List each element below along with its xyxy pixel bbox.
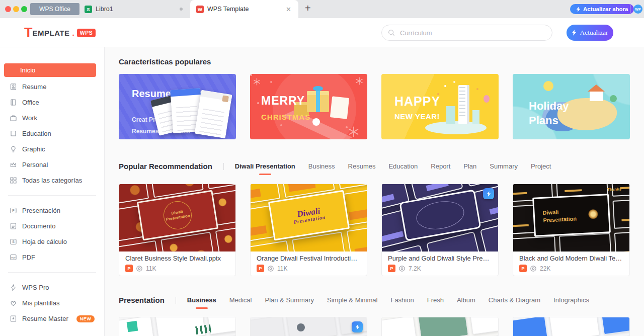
new-badge: NEW [76, 315, 95, 322]
sidebar-item-label: Mis plantillas [22, 299, 59, 307]
sidebar-item-documento[interactable]: Documento [0, 218, 104, 234]
lightning-icon [355, 324, 360, 330]
tab-album[interactable]: Album [457, 296, 475, 304]
pdf-file-icon: PDF [10, 254, 17, 261]
popular-cards: Diwali Presentation Claret Business Styl… [119, 184, 630, 276]
tab-simple-minimal[interactable]: Simple & Minimal [327, 296, 377, 304]
template-card[interactable] [513, 317, 630, 336]
tab-plan[interactable]: Plan [463, 162, 476, 170]
sidebar-item-hoja-de-calculo[interactable]: S Hoja de cálculo [0, 234, 104, 249]
banner-heading: Holiday Plans [529, 99, 569, 128]
template-card-purple-diwali[interactable]: Purple and Gold Diwali Style Presentati.… [381, 184, 499, 276]
update-now-button[interactable]: Actualizar ahora [570, 4, 634, 14]
building-illustration [446, 106, 455, 124]
banner-happy-new-year[interactable]: HAPPY NEW YEAR! [381, 74, 499, 139]
divider [223, 163, 224, 170]
tab-plan-summary[interactable]: Plan & Summary [265, 296, 314, 304]
premium-lightning-badge [352, 321, 363, 332]
tab-resumes[interactable]: Resumes [348, 162, 376, 170]
sun-illustration [543, 81, 553, 91]
banner-resume-master[interactable]: Resume Master Creat Professional Resumes… [119, 74, 236, 139]
template-title: Purple and Gold Diwali Style Presentati.… [388, 255, 492, 262]
tab-business[interactable]: Business [187, 296, 216, 304]
divider [8, 272, 96, 273]
powerpoint-file-icon: P [388, 265, 395, 272]
close-tab-icon[interactable]: ✕ [285, 6, 292, 13]
sidebar-item-personal[interactable]: Personal [0, 157, 104, 173]
account-avatar[interactable]: WP [633, 5, 642, 14]
svg-text:P: P [12, 209, 15, 212]
snowflake-icon [348, 126, 359, 137]
logo-dot: . [72, 29, 74, 37]
crown-icon [10, 161, 17, 169]
sidebar-item-wps-pro[interactable]: WPS Pro [0, 280, 104, 295]
tab-separator-dot [180, 8, 183, 11]
card-body: Orange Diwali Festival Introduction.pptx… [251, 251, 367, 276]
template-wps-logo[interactable]: TEMPLATE.WPS [24, 18, 96, 47]
sidebar-item-presentacion[interactable]: P Presentación [0, 203, 104, 218]
template-card[interactable] [119, 317, 236, 336]
new-tab-button[interactable]: + [303, 3, 313, 14]
app-header: TEMPLATE.WPS Actualizar [0, 18, 644, 47]
template-thumbnail: Diwali Presentation [251, 184, 367, 251]
tab-libro1[interactable]: S Libro1 [85, 0, 113, 18]
tab-diwali-presentation[interactable]: Diwali Presentation [235, 162, 295, 170]
sidebar-item-label: PDF [22, 254, 35, 261]
sidebar-item-inicio[interactable]: Inicio [4, 63, 96, 77]
tab-fashion[interactable]: Fashion [390, 296, 414, 304]
template-card-orange-diwali[interactable]: Diwali Presentation Orange Diwali Festiv… [250, 184, 367, 276]
template-card[interactable] [381, 317, 499, 336]
search-box[interactable] [381, 25, 552, 41]
update-button[interactable]: Actualizar [567, 25, 613, 41]
sidebar-item-work[interactable]: Work [0, 110, 104, 126]
tab-business[interactable]: Business [308, 162, 335, 170]
zoom-window-button[interactable] [21, 6, 27, 12]
template-thumbnail: Thanks Diwali Presentation [513, 184, 629, 251]
sidebar-item-education[interactable]: Education [0, 126, 104, 141]
snowflake-icon [355, 77, 363, 85]
tab-education[interactable]: Education [388, 162, 418, 170]
wps-office-home-button[interactable]: WPS Office [30, 3, 79, 15]
views-icon [136, 265, 143, 272]
snowman-illustration [312, 118, 320, 126]
template-card-black-gold-diwali[interactable]: Thanks Diwali Presentation Black and Gol… [513, 184, 630, 276]
search-input[interactable] [399, 29, 546, 37]
tab-report[interactable]: Report [431, 162, 450, 170]
art-title: Presentation [543, 215, 577, 223]
powerpoint-file-icon: P [257, 265, 264, 272]
banner-merry-christmas[interactable]: MERRY CHRISTMAS [250, 74, 367, 139]
tab-charts-diagram[interactable]: Charts & Diagram [489, 296, 540, 304]
banner-holiday-plans[interactable]: Holiday Plans [513, 74, 630, 139]
banner-line: MERRY [261, 94, 305, 108]
sidebar-item-label: Hoja de cálculo [22, 238, 67, 245]
tab-fresh[interactable]: Fresh [427, 296, 444, 304]
sidebar-item-graphic[interactable]: Graphic [0, 141, 104, 157]
template-thumbnail [119, 317, 235, 336]
template-card[interactable] [250, 317, 367, 336]
sidebar-item-all-categories[interactable]: Todas las categorías [0, 173, 104, 188]
sidebar-item-pdf[interactable]: PDF PDF [0, 249, 104, 265]
template-thumbnail [251, 317, 367, 336]
sidebar-item-label: WPS Pro [22, 284, 49, 291]
close-window-button[interactable] [5, 6, 11, 12]
tab-medical[interactable]: Medical [229, 296, 252, 304]
lightbulb-icon [10, 145, 17, 153]
accent-shape [127, 321, 138, 332]
tab-wps-template[interactable]: W WPS Template ✕ [190, 0, 298, 18]
minimize-window-button[interactable] [13, 6, 19, 12]
tab-infographics[interactable]: Infographics [553, 296, 589, 304]
sidebar-item-office[interactable]: Office [0, 95, 104, 110]
template-card-claret-diwali[interactable]: Diwali Presentation Claret Business Styl… [119, 184, 236, 276]
resume-master-icon [10, 315, 17, 322]
sidebar-item-resume-master[interactable]: Resume Master NEW [0, 311, 104, 326]
search-icon [388, 29, 395, 36]
presentation-cards [119, 317, 630, 336]
lightning-icon [576, 7, 581, 12]
tab-project[interactable]: Project [531, 162, 551, 170]
sidebar-item-mis-plantillas[interactable]: Mis plantillas [0, 295, 104, 311]
sidebar-item-resume[interactable]: Resume [0, 79, 104, 95]
sidebar-item-label: Resume Master [22, 315, 68, 322]
tab-summary[interactable]: Summary [490, 162, 518, 170]
template-thumbnail [382, 317, 498, 336]
update-label: Actualizar [580, 29, 608, 37]
